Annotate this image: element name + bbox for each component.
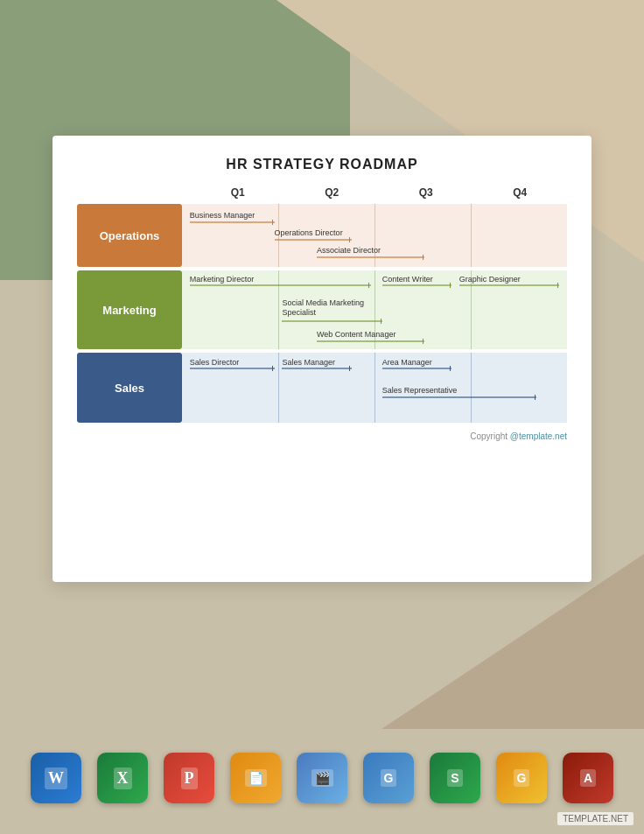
sls-item-sales-rep: Sales Representative — [382, 386, 458, 395]
main-card: HR STRATEGY ROADMAP Q1 Q2 Q3 Q4 Operatio… — [52, 136, 592, 582]
sls-item-area-manager: Area Manager — [382, 358, 432, 367]
ops-item-business-manager: Business Manager — [190, 211, 256, 220]
marketing-timeline: Marketing Director Content Writer Graphi… — [182, 270, 567, 349]
mkt-item-web-content: Web Content Manager — [317, 330, 396, 339]
sales-timeline: Sales Director Sales Manager Area Manage… — [182, 353, 567, 423]
quarter-headers: Q1 Q2 Q3 Q4 — [191, 186, 567, 199]
marketing-label: Marketing — [77, 270, 182, 349]
operations-row: Operations Business Manager Operations D… — [77, 204, 567, 267]
copyright-link: @template.net — [510, 431, 567, 441]
pages-icon[interactable]: 📄 — [230, 753, 281, 803]
q3-header: Q3 — [379, 186, 473, 199]
excel-icon[interactable]: X — [97, 753, 148, 803]
keynote-icon[interactable]: 🎬 — [297, 753, 347, 803]
watermark: TEMPLATE.NET — [557, 812, 634, 825]
google-sheets-icon[interactable]: S — [430, 753, 480, 803]
mkt-item-content-writer: Content Writer — [382, 275, 433, 284]
q4-header: Q4 — [473, 186, 568, 199]
copyright: Copyright @template.net — [77, 431, 567, 441]
google-docs-icon[interactable]: G — [363, 753, 414, 803]
q1-header: Q1 — [191, 186, 285, 199]
ops-item-associate-director: Associate Director — [317, 246, 381, 255]
q2-header: Q2 — [285, 186, 380, 199]
powerpoint-icon[interactable]: P — [164, 753, 214, 803]
sls-item-sales-director: Sales Director — [190, 358, 240, 367]
word-icon[interactable]: W — [31, 753, 81, 803]
marketing-row: Marketing Marketing Director Content Wri… — [77, 270, 567, 349]
operations-timeline: Business Manager Operations Director Ass… — [182, 204, 567, 267]
google-slides-icon[interactable]: G — [496, 753, 547, 803]
acrobat-icon[interactable]: A — [563, 753, 613, 803]
mkt-item-graphic-designer: Graphic Designer — [459, 275, 521, 284]
app-icons-bar: W X P 📄 🎬 G S G A — [0, 753, 644, 803]
sls-item-sales-manager: Sales Manager — [282, 358, 335, 367]
card-title: HR STRATEGY ROADMAP — [77, 157, 567, 172]
sales-label: Sales — [77, 353, 182, 423]
mkt-item-social-media: Social Media MarketingSpecialist — [282, 298, 364, 318]
operations-label: Operations — [77, 204, 182, 267]
mkt-item-marketing-director: Marketing Director — [190, 275, 255, 284]
ops-item-ops-director: Operations Director — [275, 228, 343, 237]
sales-row: Sales Sales Director Sales Manager Area … — [77, 353, 567, 423]
